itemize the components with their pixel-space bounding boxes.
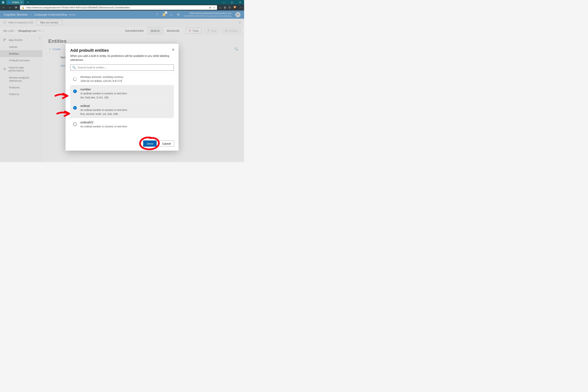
collections-icon[interactable]: ⧉ (224, 6, 226, 9)
new-tab-button[interactable]: + (26, 1, 31, 4)
modal-description: When you add a built-in entity, its pred… (70, 54, 174, 62)
entity-description: Monetary amounts, including currency (80, 76, 124, 78)
entity-example: first, second, tenth, 1st, 2nd, 10th (80, 112, 127, 116)
window-maximize[interactable]: ▢ (228, 0, 236, 4)
page: Cognitive Services | Language Understand… (0, 10, 244, 162)
favorite-icon[interactable]: ✩ (213, 6, 215, 9)
refresh-button[interactable]: ⟳ (14, 6, 18, 10)
entity-description: An ordinal number in numeric or text for… (80, 108, 127, 112)
profile-avatar[interactable] (233, 6, 237, 10)
done-button[interactable]: Done (143, 140, 156, 147)
search-icon: 🔍 (72, 66, 76, 69)
lock-icon: 🔒 (22, 6, 24, 9)
browser-tab[interactable]: U Entities × (6, 0, 24, 4)
forward-button[interactable]: → (8, 6, 12, 10)
entity-name: ordinalV2 (80, 121, 127, 124)
tab-title: Entities (12, 1, 19, 4)
tab-favicon: U (8, 1, 10, 4)
entity-description: A cardinal number in numeric or text for… (80, 92, 127, 95)
entity-checkbox[interactable] (73, 122, 77, 126)
entity-checkbox[interactable] (73, 106, 77, 110)
zoom-icon[interactable]: ⊕ (209, 6, 211, 9)
favorites-icon[interactable]: ☆ (219, 6, 222, 9)
entity-description: An ordinal number in numeric or text for… (80, 125, 127, 128)
window-controls: — ▢ ✕ (220, 0, 244, 4)
entity-name: ordinal (80, 104, 127, 108)
modal-close-icon[interactable]: ✕ (172, 48, 174, 52)
entity-row-ordinal[interactable]: ordinal An ordinal number in numeric or … (70, 102, 174, 118)
menu-icon[interactable]: ⋯ (240, 6, 243, 9)
entity-example: ten, forty two, 3.141, 10K (80, 96, 127, 99)
browser-titlebar: ▣ U Entities × + — ▢ ✕ (0, 0, 244, 4)
window-close[interactable]: ✕ (236, 0, 244, 4)
entity-checkbox[interactable] (73, 90, 77, 93)
tab-close-icon[interactable]: × (20, 1, 22, 4)
modal-footer: Done Cancel (66, 138, 178, 151)
add-prebuilt-entities-modal: ✕ Add prebuilt entities When you add a b… (66, 44, 178, 151)
url-text: https://www.luis.ai/applications/e7763af… (26, 6, 207, 9)
extensions-icon[interactable]: ⚲ (228, 6, 231, 9)
entity-example: 1000.00 US dollars, £20.00, $ 67.5 B (80, 80, 124, 82)
window-minimize[interactable]: — (220, 0, 228, 4)
entity-row-money[interactable]: Monetary amounts, including currency 100… (70, 73, 174, 85)
browser-toolbar: ← → ⟳ 🔒 https://www.luis.ai/applications… (0, 4, 244, 10)
entity-search-box[interactable]: 🔍 (70, 64, 174, 70)
entity-search-input[interactable] (78, 66, 172, 69)
entity-row-ordinalv2[interactable]: ordinalV2 An ordinal number in numeric o… (70, 118, 174, 132)
address-bar[interactable]: 🔒 https://www.luis.ai/applications/e7763… (20, 5, 217, 10)
entity-checkbox[interactable] (73, 77, 77, 81)
edge-app-icon: ▣ (2, 1, 5, 4)
entity-row-number[interactable]: number A cardinal number in numeric or t… (70, 85, 174, 102)
modal-title: Add prebuilt entities (70, 48, 174, 53)
back-button[interactable]: ← (2, 6, 6, 10)
entity-list[interactable]: Monetary amounts, including currency 100… (70, 73, 174, 134)
cancel-button[interactable]: Cancel (159, 140, 174, 147)
entity-name: number (80, 88, 127, 91)
